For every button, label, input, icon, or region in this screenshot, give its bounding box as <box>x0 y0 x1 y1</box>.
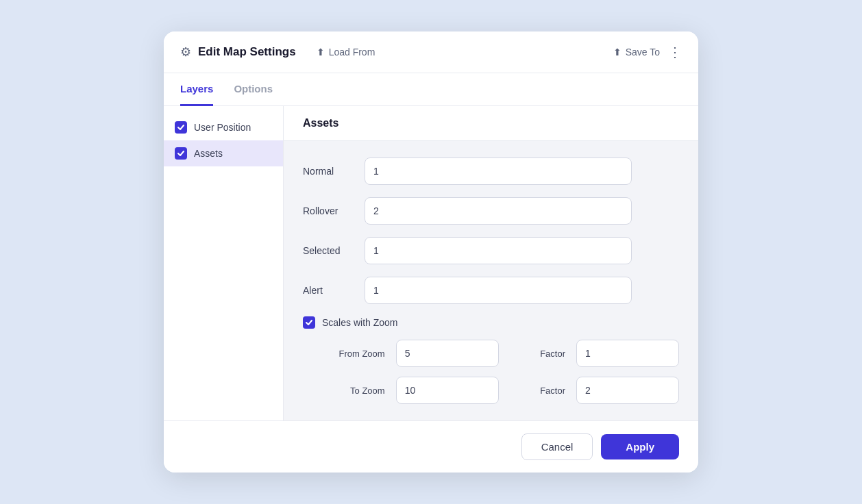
content-title: Assets <box>303 117 338 129</box>
user-position-checkbox[interactable] <box>175 121 187 134</box>
normal-input[interactable] <box>365 158 632 185</box>
header-right: ⬆ Save To ⋮ <box>613 44 682 60</box>
to-factor-label: Factor <box>510 386 565 396</box>
scales-zoom-label: Scales with Zoom <box>322 317 397 328</box>
alert-label: Alert <box>303 285 365 296</box>
rollover-field-row: Rollover <box>303 197 679 225</box>
to-zoom-label: To Zoom <box>308 386 385 396</box>
header-left: ⚙ Edit Map Settings ⬆ Load From <box>180 45 613 60</box>
alert-input[interactable] <box>365 277 632 304</box>
more-menu-icon[interactable]: ⋮ <box>668 44 682 60</box>
to-factor-input[interactable] <box>576 377 679 404</box>
tab-layers[interactable]: Layers <box>180 73 213 106</box>
modal-footer: Cancel Apply <box>164 420 698 473</box>
content-area: Assets Normal Rollover Selected <box>284 106 698 420</box>
sidebar-item-user-position[interactable]: User Position <box>164 114 283 140</box>
from-zoom-input[interactable] <box>396 340 499 367</box>
modal-title: Edit Map Settings <box>198 45 296 59</box>
modal-container: ⚙ Edit Map Settings ⬆ Load From ⬆ Save T… <box>164 32 698 473</box>
from-factor-input[interactable] <box>576 340 679 367</box>
rollover-input[interactable] <box>365 197 632 225</box>
sidebar: User Position Assets <box>164 106 284 420</box>
cancel-button[interactable]: Cancel <box>521 433 593 460</box>
selected-input[interactable] <box>365 237 632 264</box>
load-from-button[interactable]: ⬆ Load From <box>317 47 375 58</box>
to-zoom-input[interactable] <box>396 377 499 404</box>
alert-field-row: Alert <box>303 277 679 304</box>
scales-zoom-checkbox[interactable] <box>303 316 315 329</box>
save-to-label: Save To <box>626 47 660 58</box>
rollover-label: Rollover <box>303 205 365 216</box>
normal-label: Normal <box>303 166 365 177</box>
save-icon: ⬆ <box>613 47 621 58</box>
apply-button[interactable]: Apply <box>601 434 679 459</box>
save-to-button[interactable]: ⬆ Save To <box>613 47 660 58</box>
zoom-grid: From Zoom Factor To Zoom Factor <box>303 340 679 404</box>
scales-checkbox-row: Scales with Zoom <box>303 316 679 329</box>
load-from-label: Load From <box>329 47 375 58</box>
fields-area: Normal Rollover Selected Alert <box>284 141 698 420</box>
upload-icon: ⬆ <box>317 47 325 58</box>
assets-checkbox[interactable] <box>175 147 187 160</box>
user-position-label: User Position <box>194 122 251 133</box>
assets-label: Assets <box>194 148 223 159</box>
selected-field-row: Selected <box>303 237 679 264</box>
from-zoom-label: From Zoom <box>308 349 385 359</box>
from-factor-label: Factor <box>510 349 565 359</box>
modal-body: User Position Assets Assets Normal <box>164 106 698 420</box>
tab-options[interactable]: Options <box>234 73 273 106</box>
sidebar-item-assets[interactable]: Assets <box>164 140 283 166</box>
selected-label: Selected <box>303 245 365 256</box>
content-header: Assets <box>284 106 698 141</box>
scales-section: Scales with Zoom From Zoom Factor To Zoo… <box>303 316 679 404</box>
gear-icon: ⚙ <box>180 45 191 60</box>
normal-field-row: Normal <box>303 158 679 185</box>
modal-header: ⚙ Edit Map Settings ⬆ Load From ⬆ Save T… <box>164 32 698 73</box>
tabs-bar: Layers Options <box>164 73 698 106</box>
